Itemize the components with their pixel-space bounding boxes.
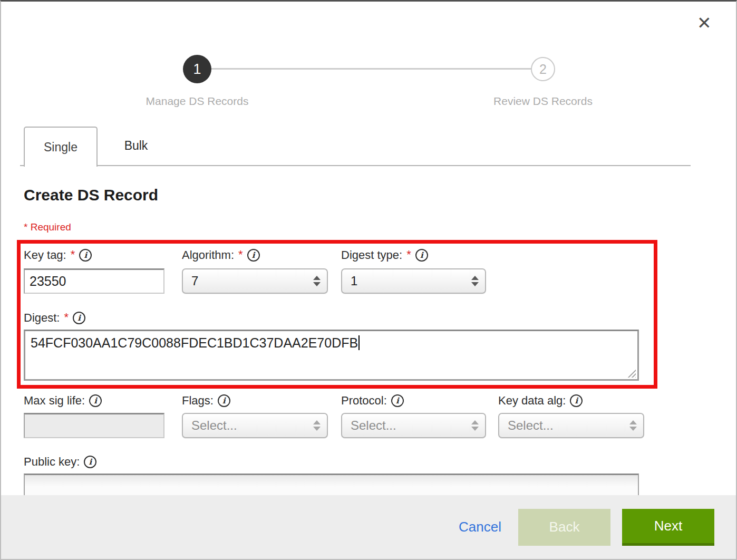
select-stepper-arrows-icon — [313, 420, 321, 431]
field-protocol: Protocol: i Select... — [341, 393, 486, 438]
protocol-select[interactable]: Select... — [341, 413, 486, 438]
algorithm-label: Algorithm: — [182, 248, 234, 262]
algorithm-select[interactable]: 7 — [182, 268, 328, 294]
cancel-link[interactable]: Cancel — [453, 514, 507, 540]
digest-value: 54FCF030AA1C79C0088FDEC1BD1C37DAA2E70DFB — [31, 335, 358, 350]
step-1-label: Manage DS Records — [113, 95, 282, 108]
key-tag-label: Key tag: — [24, 248, 66, 262]
flags-label: Flags: — [182, 394, 214, 408]
select-stepper-arrows-icon — [471, 276, 479, 286]
key-data-alg-select[interactable]: Select... — [498, 413, 644, 438]
key-tag-label-row: Key tag: * i — [24, 247, 164, 263]
digest-textarea[interactable]: 54FCF030AA1C79C0088FDEC1BD1C37DAA2E70DFB — [24, 330, 639, 381]
protocol-label-row: Protocol: i — [341, 393, 486, 409]
info-icon[interactable]: i — [247, 249, 260, 262]
tab-bulk-label: Bulk — [124, 139, 148, 153]
digest-type-label-row: Digest type: * i — [341, 247, 486, 263]
max-sig-life-label-row: Max sig life: i — [24, 393, 164, 409]
create-ds-record-dialog: ✕ 1 2 Manage DS Records Review DS Record… — [0, 0, 737, 560]
public-key-label: Public key: — [24, 455, 80, 469]
key-tag-required-asterisk: * — [71, 248, 75, 262]
flags-select-value: Select... — [191, 418, 237, 433]
digest-label: Digest: — [24, 311, 60, 325]
info-icon[interactable]: i — [79, 249, 92, 262]
tab-underline — [20, 165, 691, 166]
digest-type-required-asterisk: * — [406, 248, 411, 262]
step-2-number: 2 — [539, 62, 547, 77]
field-digest: Digest: * i 54FCF030AA1C79C0088FDEC1BD1C… — [24, 310, 639, 381]
key-tag-input[interactable] — [24, 268, 164, 294]
required-note: * Required — [24, 221, 71, 233]
resize-handle[interactable] — [627, 369, 636, 378]
stepper-connector-line — [197, 68, 543, 70]
key-data-alg-label-row: Key data alg: i — [498, 393, 644, 409]
protocol-select-value: Select... — [351, 418, 396, 433]
tab-single-label: Single — [44, 140, 77, 155]
public-key-label-row: Public key: i — [24, 454, 639, 470]
max-sig-life-label: Max sig life: — [24, 394, 85, 408]
step-2-circle: 2 — [531, 57, 555, 81]
page-title: Create DS Record — [24, 186, 158, 204]
select-stepper-arrows-icon — [629, 420, 637, 431]
back-button[interactable]: Back — [518, 509, 610, 546]
step-2-label: Review DS Records — [459, 95, 627, 108]
info-icon[interactable]: i — [73, 312, 85, 324]
info-icon[interactable]: i — [84, 456, 96, 468]
algorithm-required-asterisk: * — [238, 248, 243, 262]
algorithm-select-value: 7 — [191, 274, 198, 288]
info-icon[interactable]: i — [218, 394, 230, 407]
field-digest-type: Digest type: * i 1 — [341, 247, 486, 294]
digest-type-select-value: 1 — [351, 274, 357, 288]
tab-single[interactable]: Single — [24, 127, 98, 167]
info-icon[interactable]: i — [570, 394, 583, 407]
dialog-footer: Cancel Back Next — [1, 495, 736, 559]
field-key-tag: Key tag: * i — [24, 247, 164, 294]
info-icon[interactable]: i — [89, 394, 102, 407]
next-button[interactable]: Next — [622, 509, 714, 546]
info-icon[interactable]: i — [415, 249, 428, 262]
key-data-alg-label: Key data alg: — [498, 394, 566, 408]
field-max-sig-life: Max sig life: i — [24, 393, 164, 438]
digest-type-select[interactable]: 1 — [341, 268, 486, 294]
public-key-textarea[interactable] — [24, 474, 639, 498]
flags-select[interactable]: Select... — [182, 413, 328, 438]
info-icon[interactable]: i — [391, 394, 404, 407]
max-sig-life-input[interactable] — [24, 413, 164, 438]
step-1-number: 1 — [193, 61, 201, 78]
protocol-label: Protocol: — [341, 394, 387, 408]
algorithm-label-row: Algorithm: * i — [182, 247, 328, 263]
text-cursor — [358, 335, 360, 350]
digest-label-row: Digest: * i — [24, 310, 639, 326]
digest-type-label: Digest type: — [341, 248, 402, 262]
step-1-circle: 1 — [183, 55, 211, 83]
key-data-alg-select-value: Select... — [508, 418, 554, 433]
close-icon[interactable]: ✕ — [697, 14, 712, 32]
flags-label-row: Flags: i — [182, 393, 328, 409]
field-flags: Flags: i Select... — [182, 393, 328, 438]
tab-bulk[interactable]: Bulk — [104, 127, 168, 165]
field-key-data-alg: Key data alg: i Select... — [498, 393, 644, 438]
field-public-key: Public key: i — [24, 454, 639, 498]
select-stepper-arrows-icon — [471, 420, 479, 431]
field-algorithm: Algorithm: * i 7 — [182, 247, 328, 294]
digest-required-asterisk: * — [64, 311, 69, 324]
select-stepper-arrows-icon — [313, 276, 321, 286]
